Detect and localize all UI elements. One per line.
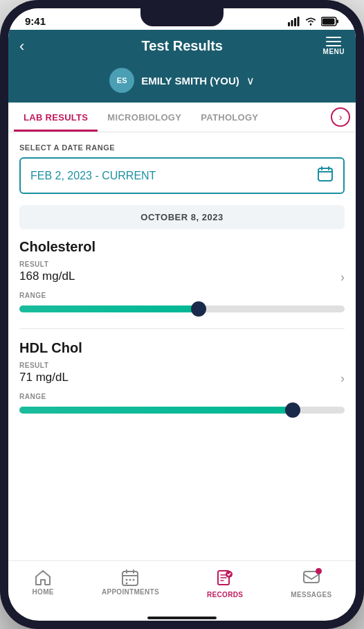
phone-inner: 9:41 bbox=[8, 8, 356, 621]
svg-rect-8 bbox=[318, 168, 332, 181]
calendar-icon bbox=[317, 166, 334, 186]
menu-label: MENU bbox=[323, 48, 345, 55]
hdl-name: HDL Chol bbox=[19, 340, 345, 356]
status-icons bbox=[288, 17, 339, 26]
phone-shell: 9:41 bbox=[0, 0, 364, 629]
hdl-indicator bbox=[285, 402, 300, 418]
user-selector[interactable]: ES EMILY SMITH (YOU) ∨ bbox=[8, 64, 356, 103]
battery-icon bbox=[321, 17, 339, 26]
menu-icon bbox=[326, 37, 341, 46]
svg-rect-12 bbox=[122, 572, 138, 585]
tab-pathology[interactable]: PATHOLOGY bbox=[191, 103, 268, 132]
cholesterol-result-value: 168 mg/dL bbox=[19, 269, 340, 283]
bottom-nav: HOME APPOINTMENTS bbox=[8, 560, 356, 612]
svg-rect-0 bbox=[288, 22, 290, 26]
nav-messages[interactable]: MESSAGES bbox=[282, 567, 340, 601]
cholesterol-result-label: RESULT bbox=[19, 260, 340, 268]
records-icon bbox=[216, 569, 234, 586]
nav-messages-label: MESSAGES bbox=[291, 591, 331, 599]
hdl-arrow-icon: › bbox=[340, 362, 345, 386]
cholesterol-range: RANGE bbox=[19, 292, 345, 314]
home-icon bbox=[34, 569, 52, 586]
tab-lab-results[interactable]: LAB RESULTS bbox=[14, 103, 98, 132]
svg-point-16 bbox=[126, 579, 128, 581]
hdl-range-label: RANGE bbox=[19, 393, 345, 400]
cholesterol-name: Cholesterol bbox=[19, 239, 345, 255]
date-range-label: SELECT A DATE RANGE bbox=[19, 143, 345, 152]
svg-point-18 bbox=[133, 579, 135, 581]
user-name: EMILY SMITH (YOU) bbox=[141, 75, 239, 87]
hdl-row[interactable]: RESULT 71 mg/dL › bbox=[19, 362, 345, 386]
appointments-icon bbox=[121, 569, 139, 586]
hdl-result-label: RESULT bbox=[19, 362, 340, 369]
nav-records-label: RECORDS bbox=[207, 591, 243, 599]
content-area: SELECT A DATE RANGE FEB 2, 2023 - CURREN… bbox=[8, 132, 356, 560]
nav-home[interactable]: HOME bbox=[24, 567, 62, 601]
svg-point-17 bbox=[129, 579, 131, 581]
hdl-range: RANGE bbox=[19, 393, 345, 416]
tabs-container: LAB RESULTS MICROBIOLOGY PATHOLOGY › bbox=[8, 103, 356, 132]
hdl-range-bar bbox=[19, 405, 345, 416]
date-range-picker[interactable]: FEB 2, 2023 - CURRENT bbox=[19, 157, 345, 194]
svg-point-19 bbox=[126, 583, 128, 585]
hdl-card: HDL Chol RESULT 71 mg/dL › RANGE bbox=[19, 340, 345, 416]
hdl-bar-fill bbox=[19, 407, 293, 414]
menu-button[interactable]: MENU bbox=[323, 37, 345, 55]
hdl-result-value: 71 mg/dL bbox=[19, 371, 340, 384]
nav-records[interactable]: RECORDS bbox=[199, 567, 251, 601]
cholesterol-bar-fill bbox=[19, 305, 199, 312]
svg-rect-7 bbox=[337, 19, 339, 23]
back-button[interactable]: ‹ bbox=[19, 37, 42, 55]
signal-icon bbox=[288, 17, 300, 26]
svg-rect-6 bbox=[322, 18, 335, 24]
svg-rect-2 bbox=[294, 18, 296, 26]
cholesterol-arrow-icon: › bbox=[340, 260, 345, 285]
svg-point-4 bbox=[310, 24, 312, 26]
app-header: ‹ Test Results MENU bbox=[8, 30, 356, 64]
messages-icon-wrap bbox=[302, 569, 320, 589]
svg-rect-3 bbox=[298, 17, 300, 26]
cholesterol-range-bar bbox=[19, 303, 345, 314]
date-range-value: FEB 2, 2023 - CURRENT bbox=[30, 170, 156, 182]
cholesterol-card: Cholesterol RESULT 168 mg/dL › RANGE bbox=[19, 239, 345, 314]
messages-badge bbox=[316, 568, 322, 574]
header-title: Test Results bbox=[142, 38, 223, 54]
cholesterol-details: RESULT 168 mg/dL bbox=[19, 260, 340, 283]
date-section-header: OCTOBER 8, 2023 bbox=[19, 205, 345, 229]
cholesterol-indicator bbox=[191, 301, 206, 317]
nav-appointments-label: APPOINTMENTS bbox=[102, 588, 159, 596]
chevron-down-icon: ∨ bbox=[246, 74, 255, 87]
tab-microbiology[interactable]: MICROBIOLOGY bbox=[98, 103, 191, 132]
home-indicator bbox=[147, 617, 217, 619]
divider-1 bbox=[19, 328, 345, 329]
svg-rect-1 bbox=[291, 20, 293, 26]
tabs-next-arrow[interactable]: › bbox=[331, 107, 350, 127]
cholesterol-range-label: RANGE bbox=[19, 292, 345, 299]
wifi-icon bbox=[304, 17, 317, 26]
hdl-details: RESULT 71 mg/dL bbox=[19, 362, 340, 384]
notch bbox=[140, 8, 224, 26]
user-avatar: ES bbox=[109, 68, 134, 93]
status-time: 9:41 bbox=[25, 15, 46, 27]
records-icon-wrap bbox=[216, 569, 234, 589]
nav-appointments[interactable]: APPOINTMENTS bbox=[93, 567, 167, 601]
nav-home-label: HOME bbox=[33, 588, 54, 596]
cholesterol-row[interactable]: RESULT 168 mg/dL › bbox=[19, 260, 345, 285]
